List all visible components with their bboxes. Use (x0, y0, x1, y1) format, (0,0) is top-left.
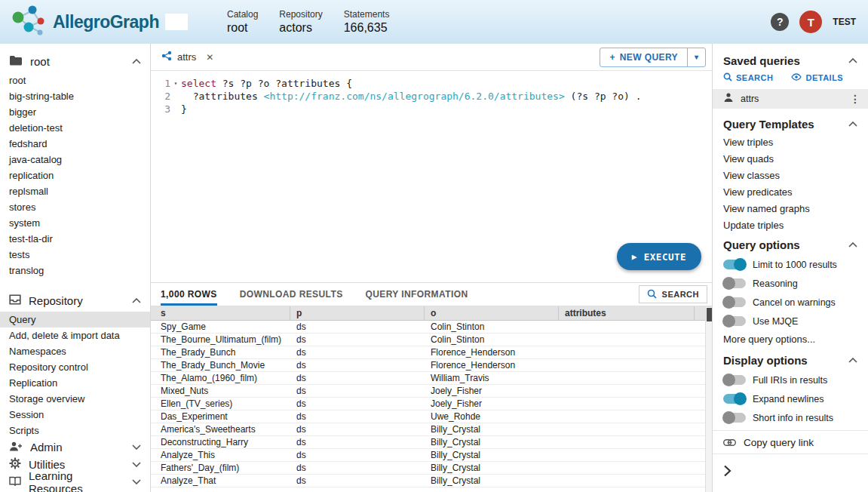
execute-button[interactable]: ▶ EXECUTE (617, 243, 701, 270)
repository-section-header[interactable]: Repository (0, 289, 150, 312)
chevron-up-icon[interactable] (132, 59, 141, 64)
toggle-switch[interactable] (723, 375, 746, 385)
chevron-down-icon[interactable] (132, 479, 141, 484)
query-template-item[interactable]: View predicates (713, 184, 868, 201)
repository-nav-item[interactable]: Storage overview (0, 391, 150, 407)
fold-caret-icon[interactable]: ▾ (170, 77, 181, 90)
option-toggle-row[interactable]: Full IRIs in results (713, 371, 868, 389)
catalog-item[interactable]: bigger (0, 104, 150, 120)
option-toggle-row[interactable]: Short info in results (713, 408, 868, 427)
table-row[interactable]: America's_SweetheartsdsBilly_Crystal (151, 423, 712, 436)
catalog-item[interactable]: replsmall (0, 183, 150, 199)
results-tab[interactable]: QUERY INFORMATION (366, 283, 468, 306)
catalog-section-header[interactable]: root (0, 50, 150, 72)
catalog-item[interactable]: replication (0, 168, 150, 183)
chevron-up-icon[interactable] (132, 298, 141, 303)
query-template-item[interactable]: View named graphs (713, 201, 868, 217)
logo[interactable]: AllegroGraph (9, 4, 188, 40)
table-row[interactable]: The_Bourne_Ultimatum_(film)dsColin_Stint… (151, 334, 712, 346)
option-toggle-row[interactable]: Reasoning (713, 274, 868, 293)
catalog-item[interactable]: fedshard (0, 136, 150, 152)
repository-nav-item[interactable]: Query (0, 312, 150, 327)
new-query-button[interactable]: + NEW QUERY ▾ (600, 48, 706, 67)
saved-query-item[interactable]: attrs ⋮ (713, 89, 868, 109)
saved-queries-details-button[interactable]: DETAILS (791, 72, 843, 83)
table-row[interactable]: Analyze_ThatdsBilly_Crystal (151, 475, 712, 487)
catalog-item[interactable]: deletion-test (0, 120, 150, 136)
toggle-switch[interactable] (723, 297, 746, 307)
results-tab[interactable]: DOWNLOAD RESULTS (240, 283, 343, 306)
catalog-item[interactable]: tests (0, 247, 150, 263)
repository-nav-item[interactable]: Replication (0, 375, 150, 391)
table-row[interactable]: Fathers'_Day_(film)dsBilly_Crystal (151, 462, 712, 475)
repository-nav-item[interactable]: Repository control (0, 359, 150, 375)
query-tab-attrs[interactable]: attrs ✕ (158, 44, 216, 70)
chevron-up-icon[interactable] (848, 358, 857, 363)
scrollbar-thumb[interactable] (707, 308, 712, 321)
catalog-item[interactable]: system (0, 215, 150, 231)
column-header[interactable]: p (290, 306, 425, 320)
chevron-right-icon[interactable] (723, 466, 732, 479)
query-templates-header[interactable]: Query Templates (713, 113, 868, 134)
code-text[interactable]: select ?s ?p ?o ?attributes { (181, 77, 352, 90)
column-header[interactable]: attributes (559, 306, 695, 320)
query-template-item[interactable]: View quads (713, 151, 868, 168)
saved-queries-search-button[interactable]: SEARCH (723, 72, 773, 83)
table-row[interactable]: Ellen_(TV_series)dsJoely_Fisher (151, 398, 712, 411)
copy-query-link-button[interactable]: Copy query link (713, 430, 868, 454)
query-options-header[interactable]: Query options (713, 234, 868, 255)
repository-nav-item[interactable]: Add, delete & import data (0, 327, 150, 343)
new-query-dropdown[interactable]: ▾ (687, 48, 705, 66)
avatar[interactable]: T (799, 11, 822, 33)
chevron-up-icon[interactable] (848, 121, 857, 127)
query-editor[interactable]: 1▾select ?s ?p ?o ?attributes {2 ?attrib… (151, 71, 712, 282)
option-toggle-row[interactable]: Use MJQE (713, 312, 868, 331)
table-row[interactable]: Deconstructing_HarrydsBilly_Crystal (151, 436, 712, 449)
more-query-options-link[interactable]: More query options... (713, 331, 868, 349)
code-text[interactable]: ?attributes <http://franz.com/ns/allegro… (181, 90, 642, 103)
option-toggle-row[interactable]: Cancel on warnings (713, 293, 868, 312)
sidebar-section-admin[interactable]: Admin (0, 438, 150, 456)
table-scrollbar[interactable] (705, 307, 712, 492)
code-text[interactable]: } (181, 103, 187, 115)
repository-nav-item[interactable]: Session (0, 407, 150, 423)
catalog-item[interactable]: big-string-table (0, 88, 150, 104)
sidebar-section-learning-resources[interactable]: Learning Resources (0, 473, 150, 490)
close-icon[interactable]: ✕ (206, 52, 213, 63)
catalog-item[interactable]: test-tla-dir (0, 231, 150, 247)
column-header[interactable]: s (151, 306, 290, 320)
chevron-down-icon[interactable] (132, 444, 141, 450)
option-toggle-row[interactable]: Expand newlines (713, 389, 868, 408)
table-row[interactable]: The_Alamo_(1960_film)dsWilliam_Travis (151, 372, 712, 385)
table-row[interactable]: Analyze_ThisdsBilly_Crystal (151, 449, 712, 462)
results-tab[interactable]: 1,000 ROWS (161, 283, 217, 306)
table-row[interactable]: Das_ExperimentdsUwe_Rohde (151, 411, 712, 423)
column-header[interactable]: o (425, 306, 559, 320)
toggle-switch[interactable] (723, 278, 746, 288)
table-row[interactable]: The_Brady_BunchdsFlorence_Henderson (151, 346, 712, 359)
toggle-switch[interactable] (723, 316, 746, 326)
results-search-button[interactable]: SEARCH (639, 285, 707, 303)
query-template-item[interactable]: View classes (713, 168, 868, 184)
option-toggle-row[interactable]: Limit to 1000 results (713, 255, 868, 274)
catalog-item[interactable]: java-catalog (0, 152, 150, 168)
saved-queries-header[interactable]: Saved queries (713, 50, 868, 71)
chevron-down-icon[interactable] (132, 462, 141, 467)
catalog-item[interactable]: translog (0, 263, 150, 278)
catalog-item[interactable]: stores (0, 199, 150, 215)
table-row[interactable]: Mixed_NutsdsJoely_Fisher (151, 385, 712, 398)
table-row[interactable]: The_Brady_Bunch_MoviedsFlorence_Henderso… (151, 359, 712, 372)
repository-nav-item[interactable]: Scripts (0, 423, 150, 438)
catalog-item[interactable]: root (0, 72, 150, 88)
chevron-up-icon[interactable] (848, 58, 857, 63)
query-template-item[interactable]: Update triples (713, 217, 868, 234)
new-query-main[interactable]: + NEW QUERY (600, 48, 687, 66)
query-template-item[interactable]: View triples (713, 134, 868, 151)
chevron-up-icon[interactable] (848, 242, 857, 248)
toggle-switch[interactable] (723, 413, 746, 423)
toggle-switch[interactable] (723, 260, 746, 269)
help-icon[interactable]: ? (771, 13, 789, 31)
display-options-header[interactable]: Display options (713, 349, 868, 371)
table-row[interactable]: Spy_GamedsColin_Stinton (151, 321, 712, 334)
toggle-switch[interactable] (723, 394, 746, 404)
